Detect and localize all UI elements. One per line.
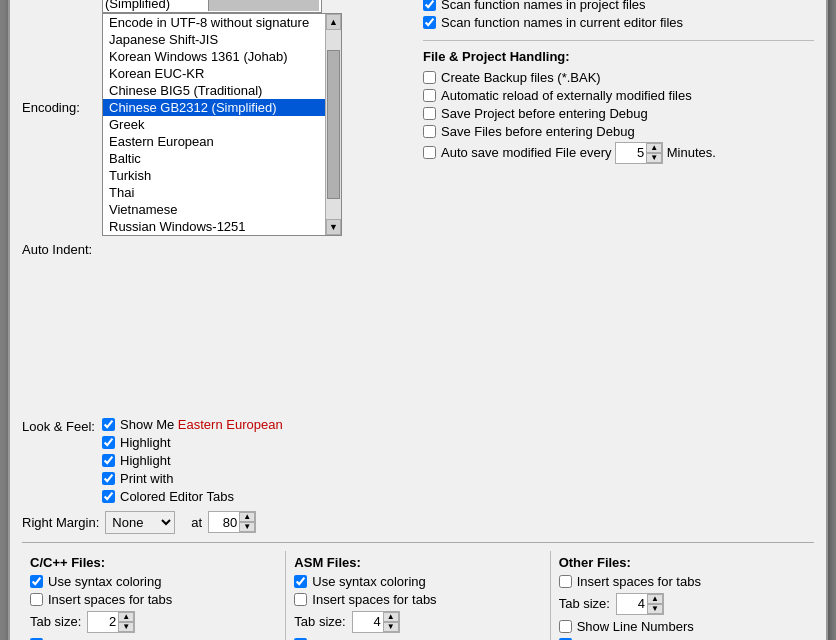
cpp-tabsize-btns: ▲ ▼ (118, 612, 134, 632)
other-linenumbers-label: Show Line Numbers (577, 619, 694, 634)
encoding-row: Encoding: Chinese GB2312 (Simplified) ▼ … (22, 0, 413, 236)
cpp-linenumbers-label: Show Line Numbers (48, 637, 165, 641)
cpp-syntax-checkbox[interactable] (30, 575, 43, 588)
look-feel-row: Look & Feel: Show Me Eastern European Hi… (22, 417, 413, 507)
asm-spaces-label: Insert spaces for tabs (312, 592, 436, 607)
file-project-section: File & Project Handling: Create Backup f… (423, 49, 814, 164)
asm-spaces-row: Insert spaces for tabs (294, 592, 541, 607)
colored-tabs-checkbox[interactable] (102, 490, 115, 503)
show-me-checkbox[interactable] (102, 418, 115, 431)
other-tabsize-up[interactable]: ▲ (647, 594, 663, 604)
list-item-baltic[interactable]: Baltic (103, 150, 325, 167)
cpp-tabsize-up[interactable]: ▲ (118, 612, 134, 622)
right-margin-select[interactable]: None (105, 511, 175, 534)
cpp-tabsize-down[interactable]: ▼ (118, 622, 134, 632)
backup-files-checkbox[interactable] (423, 71, 436, 84)
auto-indent-row: Auto Indent: (22, 242, 413, 257)
top-section: General Editor Settings: Encoding: Chine… (22, 0, 814, 534)
asm-title: ASM Files: (294, 555, 541, 570)
cpp-tabsize-row: Tab size: ▲ ▼ (30, 611, 277, 633)
asm-tabsize-spinbox: ▲ ▼ (352, 611, 400, 633)
other-spaces-label: Insert spaces for tabs (577, 574, 701, 589)
show-me-label: Show Me Eastern European (120, 417, 283, 432)
other-files-section: Other Files: Insert spaces for tabs Tab … (550, 551, 814, 641)
list-item-russian[interactable]: Russian Windows-1251 (103, 218, 325, 235)
list-item-big5[interactable]: Chinese BIG5 (Traditional) (103, 82, 325, 99)
scroll-up-arrow[interactable]: ▲ (326, 14, 341, 30)
other-tabsize-btns: ▲ ▼ (647, 594, 663, 614)
auto-save-checkbox[interactable] (423, 146, 436, 159)
other-title: Other Files: (559, 555, 806, 570)
asm-tabsize-down[interactable]: ▼ (383, 622, 399, 632)
cpp-tabsize-value[interactable] (88, 614, 118, 629)
function-display-section: Function Display: Display Modules Scan f… (423, 0, 814, 30)
scan-project-checkbox[interactable] (423, 0, 436, 11)
encoding-area: Chinese GB2312 (Simplified) ▼ Encode in … (102, 0, 342, 236)
highlight2-label: Highlight (120, 453, 171, 468)
list-item-euc-kr[interactable]: Korean EUC-KR (103, 65, 325, 82)
scroll-thumb[interactable] (327, 50, 340, 199)
cpp-title: C/C++ Files: (30, 555, 277, 570)
asm-tabsize-value[interactable] (353, 614, 383, 629)
scan-editor-label: Scan function names in current editor fi… (441, 15, 683, 30)
asm-tabsize-up[interactable]: ▲ (383, 612, 399, 622)
cpp-syntax-row: Use syntax coloring (30, 574, 277, 589)
list-item-gb2312[interactable]: Chinese GB2312 (Simplified) (103, 99, 325, 116)
list-item-thai[interactable]: Thai (103, 184, 325, 201)
scan-editor-row: Scan function names in current editor fi… (423, 15, 814, 30)
list-item-johab[interactable]: Korean Windows 1361 (Johab) (103, 48, 325, 65)
asm-syntax-checkbox[interactable] (294, 575, 307, 588)
list-item-eastern-european[interactable]: Eastern European (103, 133, 325, 150)
highlight1-row: Highlight (102, 435, 413, 450)
cpp-syntax-label: Use syntax coloring (48, 574, 161, 589)
auto-save-down[interactable]: ▼ (646, 153, 662, 163)
highlight2-checkbox[interactable] (102, 454, 115, 467)
scan-project-row: Scan function names in project files (423, 0, 814, 12)
scroll-down-arrow[interactable]: ▼ (326, 219, 341, 235)
encoding-scrollbar[interactable]: ▲ ▼ (325, 14, 341, 235)
save-project-checkbox[interactable] (423, 107, 436, 120)
highlight2-row: Highlight (102, 453, 413, 468)
separator1 (423, 40, 814, 41)
spinbox-down[interactable]: ▼ (239, 522, 255, 532)
spinbox-up[interactable]: ▲ (239, 512, 255, 522)
other-tabsize-label: Tab size: (559, 596, 610, 611)
cpp-spaces-checkbox[interactable] (30, 593, 43, 606)
list-item-vietnamese[interactable]: Vietnamese (103, 201, 325, 218)
encoding-dropdown-arrow[interactable]: ▼ (208, 0, 320, 11)
list-item-greek[interactable]: Greek (103, 116, 325, 133)
auto-save-up[interactable]: ▲ (646, 143, 662, 153)
list-item-utf8[interactable]: Encode in UTF-8 without signature (103, 14, 325, 31)
asm-spaces-checkbox[interactable] (294, 593, 307, 606)
auto-save-value[interactable] (616, 145, 646, 160)
print-with-checkbox[interactable] (102, 472, 115, 485)
save-files-checkbox[interactable] (423, 125, 436, 138)
list-item-turkish[interactable]: Turkish (103, 167, 325, 184)
right-margin-spinbox-btns: ▲ ▼ (239, 512, 255, 532)
other-spaces-checkbox[interactable] (559, 575, 572, 588)
save-project-row: Save Project before entering Debug (423, 106, 814, 121)
content-area: General Editor Settings: Encoding: Chine… (10, 0, 826, 640)
encoding-select[interactable]: Chinese GB2312 (Simplified) ▼ (102, 0, 322, 13)
asm-syntax-row: Use syntax coloring (294, 574, 541, 589)
scan-editor-checkbox[interactable] (423, 16, 436, 29)
cpp-tabsize-spinbox: ▲ ▼ (87, 611, 135, 633)
highlight1-checkbox[interactable] (102, 436, 115, 449)
right-margin-spinbox: 80 ▲ ▼ (208, 511, 256, 533)
save-files-label: Save Files before entering Debug (441, 124, 635, 139)
other-linenumbers-checkbox[interactable] (559, 620, 572, 633)
auto-reload-checkbox[interactable] (423, 89, 436, 102)
asm-tabsize-row: Tab size: ▲ ▼ (294, 611, 541, 633)
right-margin-value[interactable]: 80 (209, 515, 239, 530)
encoding-value: Chinese GB2312 (Simplified) (105, 0, 208, 11)
right-margin-row: Right Margin: None at 80 ▲ ▼ (22, 511, 413, 534)
auto-save-spinbox-btns: ▲ ▼ (646, 143, 662, 163)
bottom-cols: C/C++ Files: Use syntax coloring Insert … (22, 551, 814, 641)
other-tabsize-value[interactable] (617, 596, 647, 611)
cpp-tabsize-label: Tab size: (30, 614, 81, 629)
show-me-row: Show Me Eastern European (102, 417, 413, 432)
other-tabsize-down[interactable]: ▼ (647, 604, 663, 614)
list-item-shift-jis[interactable]: Japanese Shift-JIS (103, 31, 325, 48)
save-files-row: Save Files before entering Debug (423, 124, 814, 139)
cpp-files-section: C/C++ Files: Use syntax coloring Insert … (22, 551, 285, 641)
